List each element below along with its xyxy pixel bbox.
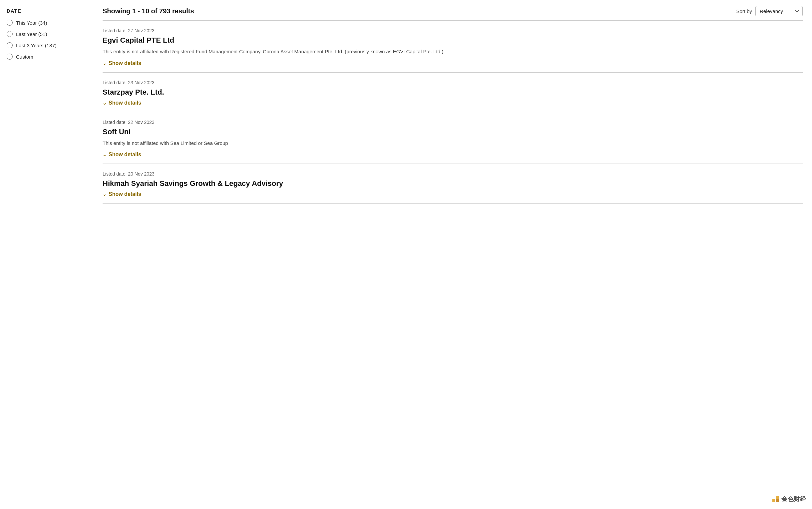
show-details-label-3: Show details <box>109 191 141 197</box>
svg-rect-0 <box>772 499 775 502</box>
chevron-down-icon: ⌄ <box>103 61 107 66</box>
sidebar-section-title: DATE <box>7 8 86 14</box>
chevron-down-icon: ⌄ <box>103 100 107 106</box>
watermark: 金色财经 <box>772 495 806 503</box>
sort-row: Sort by RelevancyDate (Newest)Date (Olde… <box>736 6 803 16</box>
entity-name-1: Starzpay Pte. Ltd. <box>103 88 803 97</box>
filter-radio-last-3-years[interactable] <box>7 42 13 48</box>
show-details-label-0: Show details <box>109 60 141 66</box>
watermark-logo <box>772 495 779 503</box>
date-filter-sidebar: DATE This Year (34)Last Year (51)Last 3 … <box>0 0 93 509</box>
filter-option-last-3-years[interactable]: Last 3 Years (187) <box>7 42 86 48</box>
show-details-label-1: Show details <box>109 100 141 106</box>
entity-desc-2: This entity is not affiliated with Sea L… <box>103 140 803 147</box>
filter-label-this-year: This Year (34) <box>16 20 47 26</box>
chevron-down-icon: ⌄ <box>103 192 107 197</box>
filter-label-last-3-years: Last 3 Years (187) <box>16 43 57 48</box>
results-header: Showing 1 - 10 of 793 results Sort by Re… <box>103 0 803 21</box>
sort-label: Sort by <box>736 8 752 14</box>
entity-desc-0: This entity is not affiliated with Regis… <box>103 48 803 56</box>
main-content: Showing 1 - 10 of 793 results Sort by Re… <box>93 0 812 509</box>
chevron-down-icon: ⌄ <box>103 152 107 157</box>
listed-date-2: Listed date: 22 Nov 2023 <box>103 120 803 125</box>
filter-option-last-year[interactable]: Last Year (51) <box>7 31 86 37</box>
filter-label-custom: Custom <box>16 54 33 60</box>
listed-date-0: Listed date: 27 Nov 2023 <box>103 28 803 33</box>
sort-select[interactable]: RelevancyDate (Newest)Date (Oldest) <box>755 6 803 16</box>
show-details-button-0[interactable]: ⌄Show details <box>103 60 141 72</box>
show-details-button-2[interactable]: ⌄Show details <box>103 151 141 164</box>
filter-label-last-year: Last Year (51) <box>16 31 47 37</box>
show-details-label-2: Show details <box>109 151 141 158</box>
entity-name-2: Soft Uni <box>103 128 803 136</box>
filter-option-custom[interactable]: Custom <box>7 54 86 60</box>
results-list: Listed date: 27 Nov 2023Egvi Capital PTE… <box>103 21 803 204</box>
listed-date-1: Listed date: 23 Nov 2023 <box>103 80 803 85</box>
filter-option-this-year[interactable]: This Year (34) <box>7 20 86 26</box>
svg-rect-2 <box>776 499 779 502</box>
show-details-button-3[interactable]: ⌄Show details <box>103 191 141 203</box>
show-details-button-1[interactable]: ⌄Show details <box>103 100 141 112</box>
results-count: Showing 1 - 10 of 793 results <box>103 7 194 15</box>
filter-radio-last-year[interactable] <box>7 31 13 37</box>
listed-date-3: Listed date: 20 Nov 2023 <box>103 171 803 176</box>
entity-name-0: Egvi Capital PTE Ltd <box>103 36 803 45</box>
svg-rect-1 <box>776 496 779 499</box>
result-item-0: Listed date: 27 Nov 2023Egvi Capital PTE… <box>103 21 803 73</box>
filter-radio-this-year[interactable] <box>7 20 13 26</box>
result-item-1: Listed date: 23 Nov 2023Starzpay Pte. Lt… <box>103 73 803 112</box>
result-item-3: Listed date: 20 Nov 2023Hikmah Syariah S… <box>103 164 803 204</box>
result-item-2: Listed date: 22 Nov 2023Soft UniThis ent… <box>103 112 803 164</box>
entity-name-3: Hikmah Syariah Savings Growth & Legacy A… <box>103 179 803 188</box>
filter-radio-custom[interactable] <box>7 54 13 60</box>
watermark-text: 金色财经 <box>781 495 806 503</box>
